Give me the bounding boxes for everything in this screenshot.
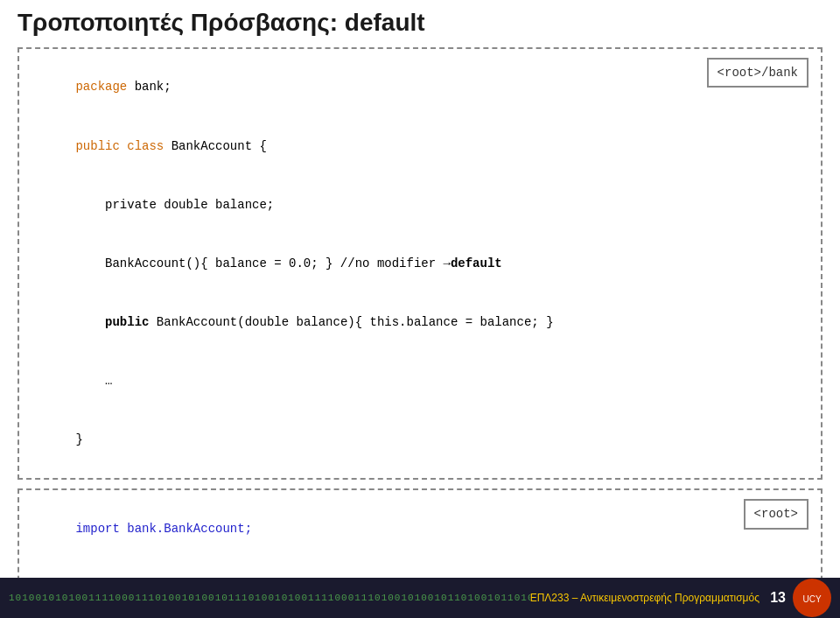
- footer-binary-left: 1010010101001111000111010010100101110100…: [9, 593, 530, 603]
- keyword-bold: public: [105, 315, 149, 329]
- code-text: private double balance;: [75, 198, 274, 212]
- footer-page-number: 13: [760, 590, 786, 606]
- code-line: BankAccount(){ balance = 0.0; } //no mod…: [32, 235, 808, 293]
- code-line: }: [32, 411, 808, 469]
- code-text: bank;: [135, 80, 172, 94]
- code-line: …: [32, 352, 808, 411]
- footer-bar: 1010010101001111000111010010100101110100…: [0, 578, 840, 618]
- code-text: BankAccount {: [172, 139, 267, 153]
- footer-center-text: ΕΠΛ233 – Αντικειμενοστρεφής Προγραμματισ…: [530, 592, 760, 604]
- code-line: public BankAccount(double balance){ this…: [32, 293, 808, 352]
- code-text: …: [75, 374, 112, 388]
- page-title: Τροποποιητές Πρόσβασης: default: [18, 9, 822, 37]
- code-text: [75, 315, 105, 329]
- code-text: BankAccount(){ balance = 0.0; } //no mod…: [75, 256, 450, 270]
- code-text: }: [75, 432, 82, 446]
- keyword: package: [75, 80, 134, 94]
- keyword: public class: [75, 139, 171, 153]
- keyword-bold: default: [451, 256, 502, 270]
- svg-text:UCY: UCY: [802, 594, 821, 604]
- code-text: import bank.BankAccount;: [75, 522, 252, 536]
- code-box-1: <root>/bank package bank; public class B…: [18, 47, 822, 480]
- code-line: private double balance;: [32, 175, 808, 234]
- main-content: Τροποποιητές Πρόσβασης: default <root>/b…: [0, 0, 840, 578]
- footer-logo-icon: UCY: [796, 582, 828, 614]
- code-line: import bank.BankAccount;: [32, 499, 808, 558]
- code-line: public class BankAccount {: [32, 116, 808, 175]
- badge-2: <root>: [744, 499, 808, 529]
- badge-1: <root>/bank: [707, 58, 808, 88]
- code-text: BankAccount(double balance){ this.balanc…: [149, 315, 553, 329]
- footer-circle: UCY: [793, 579, 831, 617]
- code-line: package bank;: [32, 58, 808, 116]
